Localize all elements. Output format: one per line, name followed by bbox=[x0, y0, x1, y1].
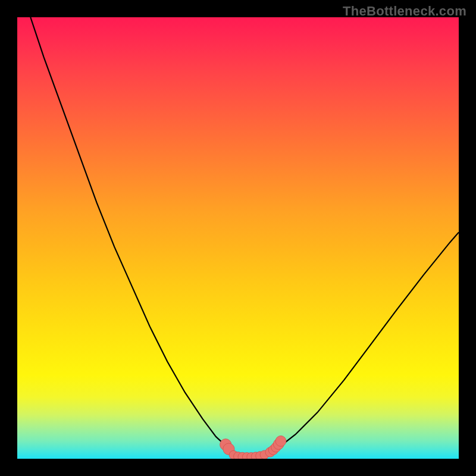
chart-stage: TheBottleneck.com bbox=[0, 0, 476, 476]
plot-area bbox=[17, 17, 459, 459]
watermark-text: TheBottleneck.com bbox=[343, 4, 466, 19]
bottleneck-curve-svg bbox=[17, 17, 459, 459]
fit-marker bbox=[275, 436, 286, 446]
bottleneck-curve bbox=[30, 17, 459, 457]
fit-markers bbox=[220, 436, 286, 459]
